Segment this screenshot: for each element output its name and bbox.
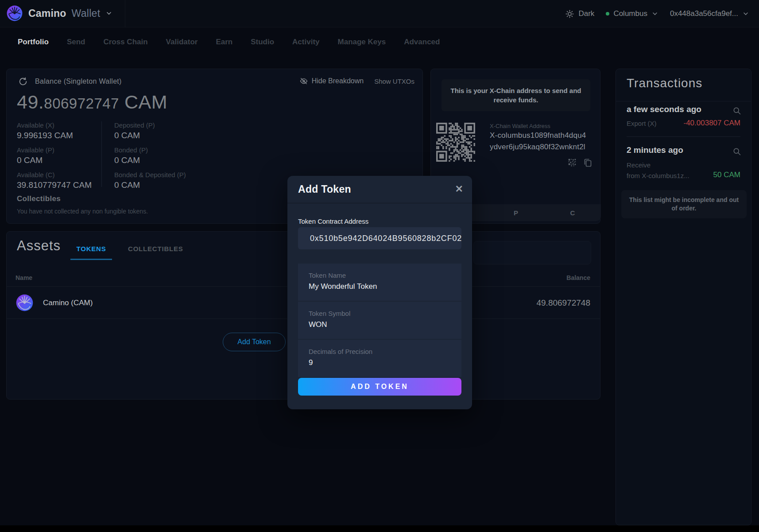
topbar-controls: Dark Columbus 0x448a3a56cfa9ef... (565, 0, 749, 27)
add-token-submit-button[interactable]: ADD TOKEN (298, 378, 461, 396)
breakdown-label: Bonded & Deposited (P) (114, 171, 229, 179)
balance-title: Balance (Singleton Wallet) (35, 78, 122, 85)
asset-balance: 49.806972748 (536, 298, 590, 308)
wallet-address-line1: X-columbus1089fnath4dqu4 (490, 131, 586, 140)
main-nav: Portfolio Send Cross Chain Validator Ear… (0, 27, 759, 56)
camino-wallet-app: Camino Wallet Dark (0, 0, 759, 532)
modal-header: Add Token ✕ (287, 176, 472, 203)
column-header-balance: Balance (566, 274, 590, 281)
assets-tabs: TOKENS COLLECTIBLES (70, 245, 183, 260)
tab-collectibles[interactable]: COLLECTIBLES (128, 245, 183, 260)
xchain-notice-text: This is your X-Chain address to send and… (449, 86, 582, 105)
hide-breakdown-label: Hide Breakdown (312, 77, 364, 85)
tx-time: 2 minutes ago (627, 145, 683, 155)
transactions-title: Transactions (627, 76, 702, 90)
breakdown-item: Available (C) 39.810779747 CAM (17, 171, 110, 190)
add-token-button[interactable]: Add Token (223, 333, 286, 351)
token-decimals-label: Decimals of Precision (309, 348, 461, 355)
refresh-icon[interactable] (18, 77, 28, 86)
footer-bar (0, 525, 759, 532)
balance-integer: 49. (17, 91, 44, 113)
wallet-address-line2: ydver6ju95kaq80f32wnknt2l (490, 143, 585, 151)
nav-earn[interactable]: Earn (216, 38, 232, 47)
transactions-note-text: This list might be incomplete and out of… (628, 196, 740, 213)
nav-studio[interactable]: Studio (251, 38, 274, 47)
breakdown-column-left: Available (X) 9.996193 CAM Available (P)… (17, 121, 110, 196)
nav-cross-chain[interactable]: Cross Chain (103, 38, 147, 47)
chevron-down-icon (651, 10, 658, 17)
eye-off-icon (299, 77, 308, 85)
search-icon[interactable] (732, 106, 741, 115)
show-qr-icon[interactable] (567, 158, 577, 167)
chevron-down-icon (105, 10, 112, 17)
breakdown-label: Available (P) (17, 146, 110, 154)
tx-amount: -40.003807 CAM (683, 119, 740, 128)
chevron-down-icon (742, 10, 749, 17)
token-symbol-field[interactable]: Token Symbol WON (298, 302, 461, 339)
network-status-dot (606, 12, 609, 16)
tx-time: a few seconds ago (627, 105, 701, 114)
search-icon[interactable] (732, 147, 741, 156)
breakdown-divider (101, 121, 102, 187)
token-name-value: My Wonderful Token (309, 282, 461, 291)
theme-toggle[interactable]: Dark (565, 9, 594, 19)
token-symbol-label: Token Symbol (309, 310, 461, 317)
breakdown-value: 0 CAM (114, 155, 229, 165)
show-utxos-link[interactable]: Show UTXOs (374, 78, 414, 85)
column-header-name: Name (15, 274, 32, 281)
account-selector[interactable]: 0x448a3a56cfa9ef... (670, 9, 749, 18)
topbar-divider (125, 0, 125, 27)
breakdown-item: Bonded (P) 0 CAM (114, 146, 229, 165)
collectibles-empty-text: You have not collected any non fungible … (17, 208, 148, 215)
token-name-field[interactable]: Token Name My Wonderful Token (298, 264, 461, 301)
token-decimals-field[interactable]: Decimals of Precision 9 (298, 340, 461, 377)
tx-type: Export (X) (627, 120, 657, 127)
breakdown-value: 0 CAM (114, 131, 229, 140)
breakdown-item: Available (X) 9.996193 CAM (17, 121, 110, 140)
assets-filter-input[interactable] (473, 241, 591, 264)
tx-type: Receive (627, 161, 651, 169)
breakdown-item: Available (P) 0 CAM (17, 146, 110, 165)
breakdown-label: Deposited (P) (114, 121, 229, 129)
assets-title: Assets (17, 238, 61, 254)
balance-unit: CAM (124, 91, 167, 113)
chain-tab-c[interactable]: C (544, 204, 601, 221)
breakdown-label: Available (C) (17, 171, 110, 179)
contract-address-label: Token Contract Address (298, 217, 368, 225)
breakdown-item: Deposited (P) 0 CAM (114, 121, 229, 140)
hide-breakdown-toggle[interactable]: Hide Breakdown (299, 77, 364, 85)
breakdown-column-right: Deposited (P) 0 CAM Bonded (P) 0 CAM Bon… (114, 121, 229, 196)
chain-tab-p[interactable]: P (488, 204, 544, 221)
nav-advanced[interactable]: Advanced (404, 38, 440, 47)
breakdown-value: 9.996193 CAM (17, 131, 110, 140)
breakdown-value: 0 CAM (114, 180, 229, 190)
asset-name: Camino (CAM) (43, 299, 93, 307)
token-detail-fields: Token Name My Wonderful Token Token Symb… (298, 264, 461, 378)
add-token-modal: Add Token ✕ Token Contract Address 0x510… (287, 176, 472, 409)
contract-address-input[interactable]: 0x510b5e942D64024B9560828b2CF027B (298, 227, 461, 249)
collectibles-title: Collectibles (17, 194, 61, 203)
tx-amount: 50 CAM (713, 171, 740, 179)
tab-tokens[interactable]: TOKENS (70, 245, 112, 260)
brand-menu[interactable]: Camino Wallet (6, 5, 112, 22)
nav-activity[interactable]: Activity (292, 38, 319, 47)
qr-code[interactable] (436, 123, 475, 162)
nav-portfolio[interactable]: Portfolio (18, 38, 49, 47)
camino-logo-icon (6, 5, 23, 22)
camino-token-avatar (15, 294, 34, 312)
close-icon[interactable]: ✕ (455, 183, 463, 195)
breakdown-value: 39.810779747 CAM (17, 180, 110, 190)
breakdown-label: Available (X) (17, 121, 110, 129)
token-symbol-value: WON (309, 320, 461, 329)
nav-validator[interactable]: Validator (166, 38, 198, 47)
network-selector[interactable]: Columbus (606, 9, 658, 18)
network-label: Columbus (613, 9, 647, 18)
nav-send[interactable]: Send (67, 38, 85, 47)
token-decimals-value: 9 (309, 358, 461, 367)
account-address: 0x448a3a56cfa9ef... (670, 9, 738, 18)
nav-manage-keys[interactable]: Manage Keys (338, 38, 386, 47)
breakdown-item: Bonded & Deposited (P) 0 CAM (114, 171, 229, 190)
copy-address-icon[interactable] (582, 157, 593, 168)
divider (616, 101, 751, 101)
transactions-note: This list might be incomplete and out of… (621, 190, 747, 218)
